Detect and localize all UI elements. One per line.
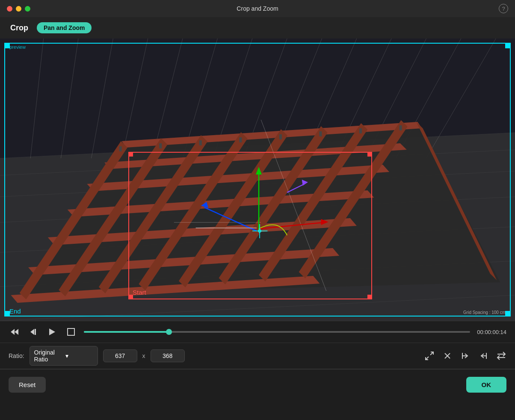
scene-svg <box>0 38 515 321</box>
svg-marker-63 <box>11 329 15 335</box>
maximize-button[interactable] <box>25 6 30 12</box>
time-display: 00:00:00:14 <box>477 329 506 335</box>
svg-rect-46 <box>319 131 322 136</box>
tabs-bar: Crop Pan and Zoom <box>0 17 515 38</box>
svg-rect-41 <box>119 146 122 151</box>
stop-button[interactable] <box>65 326 77 338</box>
playback-bar: 00:00:00:14 <box>0 321 515 343</box>
close-crop-icon-button[interactable] <box>442 351 453 361</box>
svg-line-69 <box>430 352 433 355</box>
fullscreen-icon-button[interactable] <box>424 351 435 361</box>
preview-label: preview <box>9 44 26 50</box>
svg-line-70 <box>426 357 429 360</box>
x-separator: x <box>142 352 145 359</box>
svg-rect-68 <box>68 328 74 335</box>
ratio-label: Ratio: <box>9 352 24 359</box>
trim-left-icon-button[interactable] <box>478 351 488 361</box>
title-bar: Crop and Zoom ? <box>0 0 515 17</box>
close-button[interactable] <box>7 6 12 12</box>
ratio-bar: Ratio: Original Ratio ▾ x <box>0 343 515 369</box>
svg-rect-42 <box>159 143 162 148</box>
ok-button[interactable]: OK <box>466 377 507 393</box>
ratio-action-icons <box>424 351 506 361</box>
progress-track[interactable] <box>84 331 470 333</box>
dropdown-arrow-icon: ▾ <box>65 352 93 359</box>
scene-background <box>0 38 515 321</box>
ratio-select[interactable]: Original Ratio ▾ <box>30 346 98 366</box>
step-back-button[interactable] <box>27 326 39 338</box>
svg-rect-44 <box>239 137 242 142</box>
help-button[interactable]: ? <box>499 4 508 13</box>
bottom-bar: Reset OK <box>0 369 515 400</box>
svg-marker-64 <box>15 329 18 335</box>
svg-marker-67 <box>49 328 55 335</box>
minimize-button[interactable] <box>16 6 21 12</box>
window-title: Crop and Zoom <box>237 5 278 12</box>
ratio-width-input[interactable] <box>103 349 137 362</box>
tab-pan-and-zoom[interactable]: Pan and Zoom <box>37 22 92 33</box>
reset-button[interactable]: Reset <box>9 377 46 393</box>
progress-thumb[interactable] <box>166 329 172 335</box>
svg-rect-48 <box>400 125 402 130</box>
tab-crop[interactable]: Crop <box>10 24 28 33</box>
play-button[interactable] <box>46 326 58 338</box>
svg-rect-45 <box>279 134 282 139</box>
svg-marker-65 <box>30 329 34 335</box>
rewind-button[interactable] <box>9 326 21 338</box>
svg-rect-47 <box>359 128 362 133</box>
svg-rect-43 <box>199 140 202 145</box>
swap-icon-button[interactable] <box>496 351 506 361</box>
progress-fill <box>84 331 169 333</box>
ratio-height-input[interactable] <box>151 349 185 362</box>
svg-rect-66 <box>35 329 36 335</box>
window-controls <box>7 6 30 12</box>
video-area[interactable]: Start preview End Grid Spacing : 100 cm <box>0 38 515 321</box>
grid-spacing-label: Grid Spacing : 100 cm <box>463 310 506 315</box>
ratio-selected-value: Original Ratio <box>34 349 62 363</box>
trim-right-icon-button[interactable] <box>460 351 471 361</box>
end-label: End <box>9 308 21 315</box>
